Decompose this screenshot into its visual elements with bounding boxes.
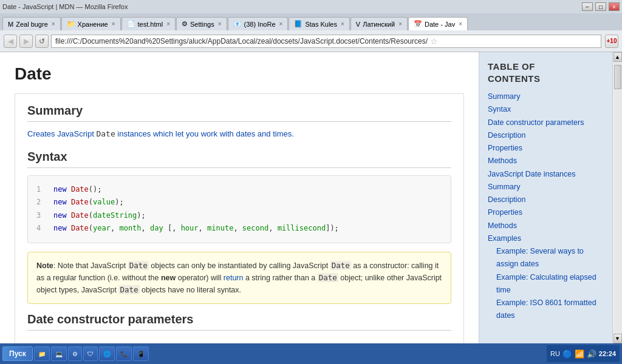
wifi-icon: 📶 (575, 349, 584, 359)
note-text-1: : Note that JavaScript (53, 261, 128, 270)
toc-link-example-3[interactable]: Example: ISO 8601 formatted dates (488, 297, 604, 323)
summary-paragraph: Creates JavaScript Date instances which … (27, 128, 451, 140)
syntax-heading: Syntax (27, 150, 451, 168)
tab-test[interactable]: 📄 test.html × (121, 17, 176, 30)
taskbar-item-browser[interactable]: 🌐 (99, 346, 115, 361)
tab-zeal[interactable]: M Zeal bugre × (2, 17, 61, 30)
toc-link-js-date-instances[interactable]: JavaScript Date instances (488, 168, 604, 181)
toc-link-example-1[interactable]: Example: Several ways to assign dates (488, 245, 604, 271)
toc-link-examples[interactable]: Examples (488, 232, 604, 245)
tab-favicon: 📘 (294, 20, 302, 28)
reload-button[interactable]: ↺ (35, 35, 49, 48)
browser-window: Date - JavaScript | MDN — Mozilla Firefo… (0, 0, 622, 364)
tab-label: Латинский (363, 21, 395, 28)
main-document: Date Summary Creates JavaScript Date ins… (0, 52, 479, 343)
note-box: Note: Note that JavaScript Date objects … (27, 252, 451, 304)
tab-close-icon[interactable]: × (112, 21, 115, 27)
bookmark-star-icon[interactable]: ☆ (430, 36, 438, 46)
code-block: 1 new Date(); 2 new Date(value); 3 new D… (27, 175, 451, 243)
toc-link-example-2[interactable]: Example: Calculating elapsed time (488, 271, 604, 297)
toc-link-methods[interactable]: Methods (488, 155, 604, 167)
window-controls: − □ × (582, 2, 620, 11)
taskbar-item-antivirus[interactable]: 🛡 (83, 346, 98, 361)
taskbar-item-folder[interactable]: 📁 (34, 346, 50, 361)
tab-label: test.html (138, 21, 163, 28)
tab-khranenie[interactable]: 📁 Хранение × (61, 17, 121, 30)
toc-link-syntax[interactable]: Syntax (488, 103, 604, 116)
toc-link-properties[interactable]: Properties (488, 142, 604, 155)
toc-link-methods-2[interactable]: Methods (488, 220, 604, 232)
tray-lang: RU (550, 350, 560, 357)
note-text-7: objects have no literal syntax. (140, 286, 241, 294)
toc-link-summary[interactable]: Summary (488, 90, 604, 103)
taskbar-item-phone[interactable]: 📱 (133, 346, 149, 361)
back-button[interactable]: ◀ (4, 35, 17, 48)
scroll-track[interactable] (613, 62, 622, 334)
note-return-link[interactable]: return (224, 274, 244, 282)
note-text-2: objects can only be instantiated by call… (149, 261, 330, 270)
tab-close-icon[interactable]: × (341, 21, 344, 27)
tab-label: Хранение (78, 21, 108, 28)
tab-label: (38) InoRe (244, 21, 276, 28)
summary-code: Date (96, 129, 115, 138)
note-code-1: Date (128, 261, 149, 270)
tab-favicon: V (356, 21, 360, 28)
nav-bar: ◀ ▶ ↺ file:///C:/Documents%20and%20Setti… (0, 30, 622, 52)
code-content: new Date(value); (53, 196, 124, 209)
line-number: 2 (36, 196, 45, 209)
address-text: file:///C:/Documents%20and%20Settings/al… (55, 37, 428, 46)
address-bar[interactable]: file:///C:/Documents%20and%20Settings/al… (51, 35, 601, 48)
toc-link-description[interactable]: Description (488, 129, 604, 142)
tab-close-icon[interactable]: × (166, 21, 170, 27)
scroll-down-button[interactable]: ▼ (613, 334, 622, 343)
note-code-4: Date (118, 285, 139, 294)
tab-date[interactable]: 📅 Date - Jav × (408, 17, 468, 30)
ext-button[interactable]: +10 (605, 35, 618, 48)
toc-link-properties-2[interactable]: Properties (488, 206, 604, 219)
toc-link-summary-2[interactable]: Summary (488, 181, 604, 194)
tab-label: Date - Jav (425, 21, 455, 28)
code-line-2: 2 new Date(value); (36, 196, 442, 209)
scroll-thumb[interactable] (614, 65, 621, 89)
forward-button[interactable]: ▶ (19, 35, 33, 48)
summary-heading: Summary (27, 104, 451, 122)
note-text-4: operator) will (176, 274, 224, 282)
tab-favicon: 📄 (127, 20, 135, 28)
tab-favicon: 📅 (414, 20, 422, 28)
maximize-button[interactable]: □ (595, 2, 606, 11)
scroll-up-button[interactable]: ▲ (613, 52, 622, 62)
start-button[interactable]: Пуск (2, 346, 33, 361)
taskbar-item-computer[interactable]: 💻 (51, 346, 67, 361)
code-line-3: 3 new Date(dateString); (36, 209, 442, 223)
tab-latin[interactable]: V Латинский × (350, 17, 408, 30)
close-button[interactable]: × (609, 2, 620, 11)
note-code-2: Date (330, 261, 351, 270)
tab-close-icon[interactable]: × (52, 21, 55, 27)
right-scrollbar[interactable]: ▲ ▼ (612, 52, 622, 343)
minimize-button[interactable]: − (582, 2, 593, 11)
code-line-1: 1 new Date(); (36, 183, 442, 197)
tab-settings[interactable]: ⚙ Settings × (176, 17, 227, 30)
tab-favicon: 📧 (233, 20, 242, 28)
tab-close-icon[interactable]: × (279, 21, 283, 27)
tab-favicon: 📁 (67, 20, 75, 28)
toc-link-date-constructor[interactable]: Date constructor parameters (488, 116, 604, 129)
summary-text-after: instances which let you work with dates … (115, 129, 294, 138)
summary-text-before: Creates JavaScript (27, 129, 96, 138)
tabs-bar: M Zeal bugre × 📁 Хранение × 📄 test.html … (0, 13, 622, 30)
line-number: 4 (36, 222, 45, 235)
tab-stas[interactable]: 📘 Stas Kules × (289, 17, 349, 30)
taskbar-item-skype[interactable]: 📞 (116, 346, 132, 361)
code-content: new Date(); (53, 183, 102, 197)
date-constructor-heading: Date constructor parameters (27, 312, 451, 331)
line-number: 1 (36, 183, 45, 197)
toc-link-description-2[interactable]: Description (488, 194, 604, 206)
content-box: Summary Creates JavaScript Date instance… (15, 93, 464, 343)
tab-label: Stas Kules (305, 21, 337, 28)
tab-close-icon[interactable]: × (218, 21, 222, 27)
tab-close-icon[interactable]: × (398, 21, 402, 27)
tab-inore[interactable]: 📧 (38) InoRe × (228, 17, 289, 30)
tab-close-icon[interactable]: × (459, 21, 462, 27)
tab-favicon: ⚙ (182, 20, 188, 28)
taskbar-item-settings[interactable]: ⚙ (68, 346, 82, 361)
